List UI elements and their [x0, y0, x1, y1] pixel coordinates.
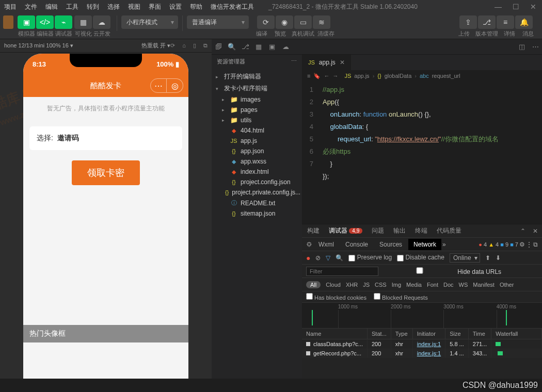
menu-project[interactable]: 项目 [0, 3, 21, 11]
git-icon[interactable]: ⎇ [238, 43, 252, 51]
chevron-up-icon[interactable]: ⌃ [520, 227, 525, 235]
table-row[interactable]: classDatas.php?c... 200 xhr index.js:1 5… [302, 339, 542, 349]
menu-tools[interactable]: 工具 [62, 3, 83, 11]
tab-app-js[interactable]: JS app.js ✕ [302, 55, 352, 70]
clear-cache-button[interactable]: ≋ [313, 15, 330, 29]
file-404[interactable]: ◆404.html [212, 125, 302, 136]
minimize-button[interactable]: — [489, 0, 507, 13]
file-app-js[interactable]: JSapp.js [212, 136, 302, 146]
panel-close-icon[interactable]: ✕ [533, 227, 538, 235]
type-cloud[interactable]: Cloud [326, 282, 341, 288]
clear-icon[interactable]: ⊘ [315, 254, 321, 262]
cloud-icon[interactable]: ☁ [279, 43, 292, 51]
project-avatar[interactable] [3, 15, 13, 29]
disable-cache-checkbox[interactable]: Disable cache [397, 254, 444, 261]
record-icon[interactable]: ● [306, 254, 310, 262]
capsule-menu-icon[interactable]: ⋯ [150, 78, 167, 93]
blocked-cookies-checkbox[interactable]: Has blocked cookies [306, 293, 366, 301]
compile-select[interactable]: 普通编译 [187, 15, 249, 29]
download-icon[interactable]: ⬇ [496, 254, 501, 262]
folder-images[interactable]: ▸📁images [212, 94, 302, 105]
menu-help[interactable]: 帮助 [186, 3, 206, 11]
type-manifest[interactable]: Manifest [473, 282, 495, 288]
type-js[interactable]: JS [363, 282, 370, 288]
type-ws[interactable]: WS [459, 282, 468, 288]
type-xhr[interactable]: XHR [346, 282, 358, 288]
popout-icon[interactable]: ⧉ [203, 42, 208, 49]
folder-utils[interactable]: ▸📁utils [212, 115, 302, 125]
hot-reload-toggle[interactable]: 热重载 开 ▾ [141, 42, 170, 50]
dt-network[interactable]: Network [408, 239, 441, 250]
file-index-html[interactable]: ◆index.html [212, 167, 302, 177]
menu-ui[interactable]: 界面 [145, 3, 165, 11]
type-all[interactable]: All [306, 281, 321, 288]
file-project-private[interactable]: {}project.private.config.js... [212, 187, 302, 198]
notify-button[interactable]: 🔔 [515, 15, 533, 29]
simulator-toggle[interactable]: ▣ [18, 15, 35, 29]
debugger-toggle[interactable]: ⌁ [55, 15, 72, 29]
remote-debug-button[interactable]: ▭ [294, 15, 312, 29]
tab-problems[interactable]: 问题 [371, 224, 385, 237]
menu-wechat-devtools[interactable]: 微信开发者工具 [206, 3, 258, 11]
throttle-select[interactable]: Online [450, 253, 480, 263]
refresh-icon[interactable]: ⟳ [170, 42, 175, 49]
tab-output[interactable]: 输出 [392, 224, 407, 237]
type-other[interactable]: Other [500, 282, 514, 288]
menu-view[interactable]: 视图 [124, 3, 145, 11]
dt-more-icon[interactable]: » [442, 241, 446, 248]
type-font[interactable]: Font [427, 282, 438, 288]
device-select[interactable]: hone 12/13 mini 100% 16 ▾ [4, 42, 141, 49]
home-icon[interactable]: ⌂ [182, 42, 186, 49]
visual-toggle[interactable]: ▦ [74, 15, 92, 29]
kebab-icon[interactable]: ⋮ [526, 241, 532, 248]
file-app-wxss[interactable]: ◆app.wxss [212, 156, 302, 167]
network-timeline[interactable]: 1000 ms 2000 ms 3000 ms 4000 ms [302, 303, 542, 329]
ext-icon[interactable]: ▦ [252, 43, 265, 51]
filter-input[interactable] [306, 267, 378, 276]
capsule-close-icon[interactable]: ◎ [167, 78, 183, 93]
menu-edit[interactable]: 编辑 [41, 3, 62, 11]
tab-debugger[interactable]: 调试器 4,9 [328, 224, 363, 237]
dt-wxml[interactable]: Wxml [313, 239, 339, 250]
upload-icon[interactable]: ⬆ [485, 254, 490, 262]
compile-button[interactable]: ⟳ [257, 15, 275, 29]
search-icon[interactable]: 🔍 [225, 43, 238, 51]
file-project-config[interactable]: {}project.config.json [212, 177, 302, 187]
type-css[interactable]: CSS [375, 282, 387, 288]
file-readme[interactable]: ⓘREADME.txt [212, 198, 302, 208]
file-sitemap[interactable]: {}sitemap.json [212, 208, 302, 219]
open-editors-section[interactable]: ▸打开的编辑器 [212, 71, 302, 83]
blocked-requests-checkbox[interactable]: Blocked Requests [374, 293, 428, 301]
project-root[interactable]: ▾发卡小程序前端 [212, 83, 302, 94]
code-content[interactable]: //app.js App({ onLaunch: function onLaun… [317, 81, 542, 224]
menu-goto[interactable]: 转到 [83, 3, 103, 11]
tab-build[interactable]: 构建 [306, 224, 321, 237]
dt-sources[interactable]: Sources [374, 239, 407, 250]
hide-urls-checkbox[interactable]: Hide data URLs [384, 267, 501, 275]
invite-code-select[interactable]: 选择: 邀请码 [29, 126, 182, 150]
type-doc[interactable]: Doc [443, 282, 454, 288]
dock-icon[interactable]: ⧉ [533, 241, 538, 248]
cloud-toggle[interactable]: ☁ [93, 15, 110, 29]
dt-console[interactable]: Console [340, 239, 373, 250]
filter-icon[interactable]: ▽ [326, 254, 330, 262]
upload-button[interactable]: ⇪ [459, 15, 477, 29]
menu-settings[interactable]: 设置 [165, 3, 186, 11]
folder-pages[interactable]: ▸📁pages [212, 105, 302, 115]
terminal-icon[interactable]: ▣ [265, 43, 279, 51]
tab-quality[interactable]: 代码质量 [436, 224, 463, 237]
preserve-log-checkbox[interactable]: Preserve log [348, 254, 392, 261]
file-app-json[interactable]: {}app.json [212, 146, 302, 156]
split-icon[interactable]: ◫ [515, 43, 529, 51]
explorer-icon[interactable]: 🗐 [212, 43, 225, 51]
device-icon[interactable]: ▯ [193, 42, 196, 49]
breadcrumb[interactable]: ≡🔖←→ JSapp.js› {}globalData› abcrequest_… [302, 70, 542, 81]
section-hot-avatar[interactable]: 热门头像框 [23, 325, 188, 342]
menu-file[interactable]: 文件 [21, 3, 41, 11]
menu-select[interactable]: 选择 [103, 3, 124, 11]
table-row[interactable]: getRecord.php?c... 200 xhr index.js:1 1.… [302, 349, 542, 358]
editor-toggle[interactable]: </> [36, 15, 54, 29]
type-img[interactable]: Img [392, 282, 401, 288]
close-tab-icon[interactable]: ✕ [340, 59, 345, 66]
tab-terminal[interactable]: 终端 [414, 224, 428, 237]
